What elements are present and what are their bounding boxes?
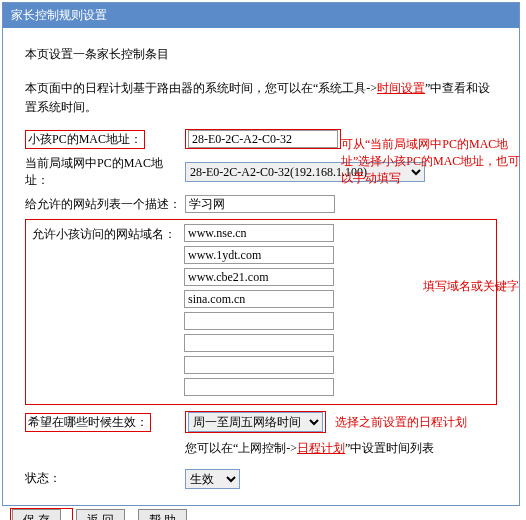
after-schedule-note: 您可以在“上网控制->日程计划”中设置时间列表 (185, 439, 497, 458)
domain-input-3[interactable] (184, 268, 334, 286)
intro-title: 本页设置一条家长控制条目 (25, 46, 497, 63)
domains-label: 允许小孩访问的网站域名： (32, 224, 184, 243)
status-select[interactable]: 生效 (185, 469, 240, 489)
schedule-select[interactable]: 周一至周五网络时间 (188, 412, 323, 432)
child-mac-input[interactable] (188, 130, 338, 148)
domain-input-1[interactable] (184, 224, 334, 242)
back-button[interactable]: 返 回 (76, 509, 125, 520)
after-sched-pre: 您可以在“上网控制-> (185, 441, 297, 455)
time-settings-link[interactable]: 时间设置 (377, 81, 425, 95)
domain-input-2[interactable] (184, 246, 334, 264)
domain-tip-note: 填写域名或关键字 (423, 278, 523, 295)
rule-settings-panel: 家长控制规则设置 本页设置一条家长控制条目 本页面中的日程计划基于路由器的系统时… (2, 2, 520, 506)
intro-desc-pre: 本页面中的日程计划基于路由器的系统时间，您可以在“系统工具-> (25, 81, 377, 95)
button-bar: 保 存 返 回 帮 助 (10, 508, 526, 520)
domain-input-8[interactable] (184, 378, 334, 396)
desc-row: 给允许的网站列表一个描述： (25, 195, 497, 213)
save-button[interactable]: 保 存 (12, 509, 61, 520)
mac-tip-note: 可从“当前局域网中PC的MAC地址”选择小孩PC的MAC地址，也可以手动填写 (341, 136, 521, 186)
domains-block: 允许小孩访问的网站域名： (25, 219, 497, 405)
intro-desc: 本页面中的日程计划基于路由器的系统时间，您可以在“系统工具->时间设置”中查看和… (25, 79, 497, 117)
domain-fields (184, 224, 334, 400)
domain-input-5[interactable] (184, 312, 334, 330)
schedule-tip-note: 选择之前设置的日程计划 (335, 414, 467, 431)
desc-label: 给允许的网站列表一个描述： (25, 196, 185, 213)
schedule-row: 希望在哪些时候生效： 周一至周五网络时间 选择之前设置的日程计划 (25, 411, 497, 433)
help-button[interactable]: 帮 助 (138, 509, 187, 520)
schedule-label: 希望在哪些时候生效： (25, 413, 151, 432)
domain-input-7[interactable] (184, 356, 334, 374)
lan-mac-label: 当前局域网中PC的MAC地址： (25, 155, 185, 189)
desc-input[interactable] (185, 195, 335, 213)
panel-body: 本页设置一条家长控制条目 本页面中的日程计划基于路由器的系统时间，您可以在“系统… (3, 28, 519, 505)
status-row: 状态： 生效 (25, 469, 497, 489)
status-label: 状态： (25, 470, 185, 487)
panel-title: 家长控制规则设置 (3, 3, 519, 28)
domain-input-6[interactable] (184, 334, 334, 352)
after-sched-post: ”中设置时间列表 (345, 441, 434, 455)
domain-input-4[interactable] (184, 290, 334, 308)
schedule-plan-link[interactable]: 日程计划 (297, 441, 345, 455)
child-mac-label: 小孩PC的MAC地址： (25, 130, 145, 149)
